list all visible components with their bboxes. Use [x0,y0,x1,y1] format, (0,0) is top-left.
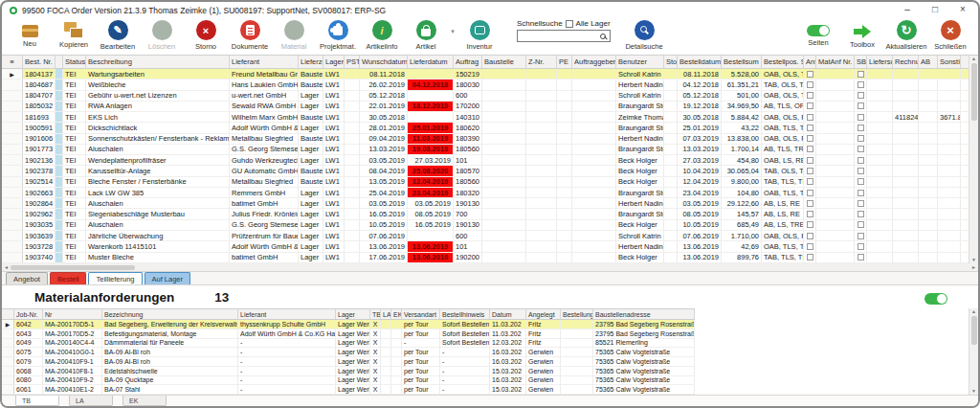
cell-sb[interactable] [855,231,867,240]
material-row[interactable]: 6079MA-200410F9-1BA-09 Al-Bl roh-Lager W… [2,357,695,367]
orders-header-benutzer[interactable]: Benutzer [616,56,664,68]
cell-angelegt[interactable]: Gerwien [526,348,561,356]
cell-best_nr[interactable]: 1901606 [23,134,56,144]
cell-lieferant[interactable]: GU Automatic GmbH [230,166,299,175]
cell-benutzer[interactable]: Herbert Nadine [616,241,664,251]
cell-bestellpos_status[interactable]: OAB, TLS, TRE [762,241,804,251]
cell-pe[interactable] [557,112,572,122]
cell-rechnung[interactable] [893,220,919,230]
cell-wunschdatum[interactable]: 03.05.2019 [360,155,408,165]
cell-versandart[interactable]: per Tour [402,320,440,329]
cell-baustelle[interactable] [482,231,526,240]
cell-sto[interactable] [664,134,678,144]
cell-bestellhinweis[interactable]: - [440,385,490,394]
cell-ab[interactable] [919,91,938,101]
cell-bestellpos_status[interactable]: OAB, OLS, TRE [762,91,804,101]
order-row[interactable]: 1903639TEIJährliche ÜberwachungPrüfzentr… [2,231,978,241]
material-header-angelegt[interactable]: Angelegt [526,309,561,319]
cell-auftrag[interactable]: 190130 [454,198,482,208]
row-selector[interactable] [2,166,23,175]
cell-baustelle[interactable] [482,188,526,197]
cell-auftrag[interactable]: 101 [454,155,482,165]
cell-best_nr[interactable]: 1902663 [23,188,56,197]
material-row[interactable]: ▶6042MA-200170D5-1Bad Segeberg, Erweiter… [2,320,695,329]
cell-wunschdatum[interactable]: 26.02.2019 [360,79,408,89]
cell-lieferschein[interactable] [867,241,893,251]
cell-anf[interactable] [804,253,816,262]
cell-status[interactable]: TEI [63,188,86,197]
cell-job_nr[interactable]: 6075 [14,348,43,356]
cell-bestellpos_status[interactable]: TAB, TLS, TRE [762,253,804,262]
cell-pst[interactable] [345,209,360,218]
cell-lieferschein[interactable] [867,209,893,218]
cell-lieferant[interactable]: Adolf Würth GmbH & Co.KG [230,241,299,251]
cell-pe[interactable] [557,102,572,111]
cell-ab[interactable] [919,253,938,262]
cell-lieferzeit[interactable]: Lager [299,123,323,132]
cell-matanf_nr[interactable] [816,145,855,154]
cell-lieferdatum[interactable]: 04.12.2018 [408,79,454,89]
cell-benutzer[interactable]: Herbert Nadine [616,134,664,144]
cell-lieferdatum[interactable]: 25.01.2019 [408,123,454,132]
cell-tb[interactable]: X [370,367,381,375]
cell-lieferdatum[interactable]: 13.06.2019 [408,241,454,251]
order-row[interactable]: 181693TEIEKS LichWilhelm Marx GmbH & Co.… [2,112,978,123]
cell-auftrag[interactable]: 180570 [454,166,482,175]
order-row[interactable]: 1901606TEISonnenschutzkästen/ Fensterban… [2,134,978,145]
cell-bestelldatum[interactable]: 04.12.2018 [678,79,722,89]
cell-ab[interactable] [919,79,938,89]
cell-auftraggeber[interactable] [572,220,616,230]
row-selector[interactable] [2,91,23,101]
cell-la[interactable] [381,348,391,356]
orders-header-baustelle[interactable]: Baustelle [482,56,526,68]
cell-anf[interactable] [804,166,816,175]
cell-lager[interactable]: Lager Werk [336,357,370,366]
cell-anf[interactable] [804,231,816,240]
cell-sonstiges[interactable] [938,177,961,187]
cell-bestellsumme[interactable]: 13.838,00 [722,134,762,144]
cell-angelegt[interactable]: Gerwien [526,357,561,366]
cell-lieferant[interactable]: - [238,385,336,394]
cell-sonstiges[interactable] [938,69,961,79]
cell-lager[interactable]: LW1 [323,253,345,262]
cell-job_nr[interactable]: 6043 [14,329,43,338]
order-row[interactable]: 1804707TEIGebühr u-wert.net Lizenzenu-we… [2,91,978,102]
cell-bestellpos_status[interactable]: OAB, OLS, RE [762,134,804,144]
cell-matanf_nr[interactable] [816,123,855,132]
cell-bestellhinweis[interactable]: - [440,348,490,356]
cell-auftraggeber[interactable] [572,69,616,79]
cell-lieferdatum[interactable]: 19.03.2019 [408,145,454,154]
cell-lieferschein[interactable] [867,134,893,144]
cell-datum[interactable]: 15.03.202 [490,367,526,375]
cell-lieferdatum[interactable]: 03.05.2019 [408,198,454,208]
row-selector[interactable] [2,188,23,197]
cell-sto[interactable] [664,91,678,101]
cell-la[interactable] [381,329,391,338]
anf-checkbox[interactable] [807,102,813,109]
cell-z_nr[interactable] [526,79,557,89]
cell-versandart[interactable]: - [402,339,440,348]
cell-z_nr[interactable] [526,231,557,240]
anf-checkbox[interactable] [807,125,813,131]
cell-lieferant[interactable]: Hans Laukien GmbH [230,79,299,89]
material-row[interactable]: 6075MA-200410G0-1BA-09 Al-Bl roh-Lager W… [2,348,695,357]
cell-sb[interactable] [855,177,867,187]
cell-ek[interactable] [391,385,402,394]
toolbox-button[interactable]: Toolbox [840,19,884,49]
cell-bestellpos_status[interactable]: OAB, TLS, TRE [762,188,804,197]
orders-header-rechnung[interactable]: Rechnun [893,56,919,68]
order-row[interactable]: 1902864TEIAluschalenbatimet GmbHLagerLW1… [2,198,978,209]
cell-lieferant[interactable]: - [238,348,336,356]
sb-checkbox[interactable] [858,125,864,131]
cell-la[interactable] [381,320,391,329]
cell-sb[interactable] [855,123,867,132]
cell-bestelldatum[interactable]: 03.05.2019 [678,198,722,208]
cell-rechnung[interactable] [893,253,919,262]
cell-nr[interactable]: MA-200410E1-2 [43,385,102,394]
cell-bestellpos_status[interactable]: OAB, OLS, RE [762,231,804,240]
cell-best_nr[interactable]: 1804687 [23,79,56,89]
cell-bestellung[interactable] [561,339,593,348]
cell-matanf_nr[interactable] [816,198,855,208]
cell-baustellenadresse[interactable]: 23795 Bad Segeberg Rosenstraße 28 [593,329,695,338]
cell-bestelldatum[interactable]: 08.11.2018 [678,69,722,79]
